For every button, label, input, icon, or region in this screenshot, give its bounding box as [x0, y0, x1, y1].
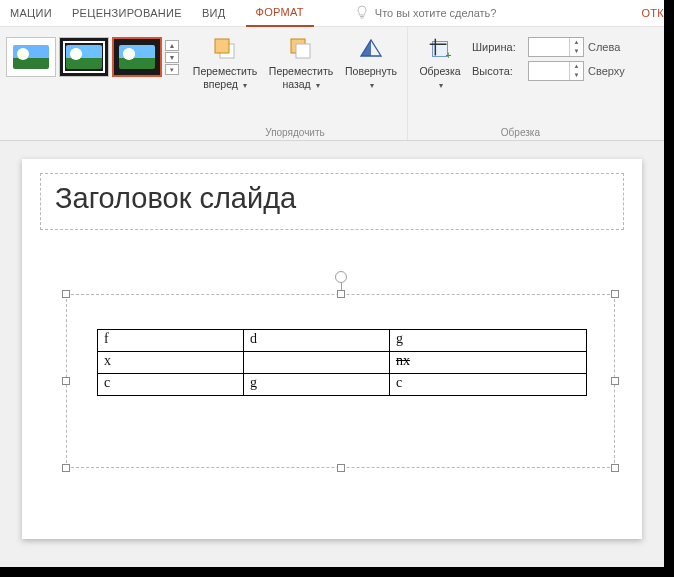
send-backward-button[interactable]: Переместить назад ▾ [265, 31, 337, 92]
table-cell[interactable]: f [98, 330, 244, 352]
slide[interactable]: Заголовок слайда f d g [22, 159, 642, 539]
tab-review[interactable]: РЕЦЕНЗИРОВАНИЕ [62, 0, 192, 27]
style-thumb-3[interactable] [112, 37, 162, 77]
style-thumb-2[interactable] [59, 37, 109, 77]
send-backward-icon [287, 35, 315, 63]
spin-down-icon[interactable]: ▼ [570, 71, 583, 80]
tab-view[interactable]: ВИД [192, 0, 236, 27]
table-cell[interactable]: nx [389, 352, 586, 374]
resize-handle-bl[interactable] [62, 464, 70, 472]
table-cell[interactable]: x [98, 352, 244, 374]
table-cell[interactable]: g [243, 374, 389, 396]
tab-animations[interactable]: МАЦИИ [0, 0, 62, 27]
height-spinner[interactable]: ▲▼ [528, 61, 584, 81]
resize-handle-mr[interactable] [611, 377, 619, 385]
chevron-up-icon: ▲ [165, 40, 179, 51]
app-window: МАЦИИ РЕЦЕНЗИРОВАНИЕ ВИД ФОРМАТ Что вы х… [0, 0, 664, 567]
arrange-group-label: Упорядочить [265, 125, 325, 138]
tab-format[interactable]: ФОРМАТ [246, 0, 314, 27]
bring-forward-icon [211, 35, 239, 63]
chevron-down-icon: ▼ [165, 52, 179, 63]
spin-down-icon[interactable]: ▼ [570, 47, 583, 56]
styles-group-label [92, 125, 95, 138]
bring-forward-button[interactable]: Переместить вперед ▾ [189, 31, 261, 92]
table-cell[interactable]: g [389, 330, 586, 352]
resize-handle-tm[interactable] [337, 290, 345, 298]
table-cell[interactable] [243, 352, 389, 374]
bring-forward-l1: Переместить [193, 65, 257, 77]
selection-frame[interactable]: f d g x nx c g c [66, 294, 615, 468]
resize-handle-tr[interactable] [611, 290, 619, 298]
top-label: Сверху [588, 65, 625, 77]
svg-text:+: + [446, 50, 452, 61]
rotation-handle[interactable] [335, 271, 347, 283]
size-fields: Ширина: ▲▼ Слева Высота: ▲▼ Свер [470, 31, 627, 81]
rotate-icon [357, 35, 385, 63]
dropdown-arrow-icon: ▾ [316, 81, 320, 90]
table-row: f d g [98, 330, 587, 352]
dropdown-arrow-icon: ▾ [370, 81, 374, 90]
dropdown-arrow-icon: ▾ [439, 81, 443, 90]
tell-me-search[interactable]: Что вы хотите сделать? [344, 5, 509, 22]
crop-group-label: Обрезка [501, 125, 540, 138]
send-backward-l1: Переместить [269, 65, 333, 77]
slide-table[interactable]: f d g x nx c g c [97, 329, 587, 396]
dropdown-arrow-icon: ▾ [243, 81, 247, 90]
gallery-more-button[interactable]: ▲ ▼ ▾ [165, 37, 181, 77]
crop-group: + Обрезка ▾ Ширина: ▲▼ [408, 27, 633, 140]
spin-up-icon[interactable]: ▲ [570, 38, 583, 47]
picture-styles-group: ▲ ▼ ▾ [0, 27, 183, 140]
slide-editor[interactable]: Заголовок слайда f d g [0, 141, 664, 567]
crop-button[interactable]: + Обрезка ▾ [414, 31, 466, 92]
svg-rect-1 [215, 39, 229, 53]
picture-styles-gallery[interactable]: ▲ ▼ ▾ [6, 31, 181, 77]
lightbulb-icon [356, 5, 368, 22]
bring-forward-l2: вперед [203, 78, 238, 90]
table-row: c g c [98, 374, 587, 396]
tell-me-label: Что вы хотите сделать? [375, 7, 497, 19]
height-label: Высота: [472, 65, 524, 77]
arrange-group: Переместить вперед ▾ Переместить н [183, 27, 408, 140]
spin-up-icon[interactable]: ▲ [570, 62, 583, 71]
expand-icon: ▾ [165, 64, 179, 75]
width-spinner[interactable]: ▲▼ [528, 37, 584, 57]
resize-handle-br[interactable] [611, 464, 619, 472]
table-cell[interactable]: c [389, 374, 586, 396]
ribbon-tabs: МАЦИИ РЕЦЕНЗИРОВАНИЕ ВИД ФОРМАТ Что вы х… [0, 0, 664, 27]
table-cell[interactable]: d [243, 330, 389, 352]
rotate-button[interactable]: Повернуть ▾ [341, 31, 401, 92]
style-thumb-1[interactable] [6, 37, 56, 77]
width-label: Ширина: [472, 41, 524, 53]
svg-rect-3 [296, 44, 310, 58]
crop-icon: + [426, 35, 454, 63]
table-cell[interactable]: c [98, 374, 244, 396]
height-input[interactable] [529, 62, 569, 80]
resize-handle-tl[interactable] [62, 290, 70, 298]
rotate-label: Повернуть [345, 65, 397, 77]
crop-label: Обрезка [419, 65, 460, 77]
left-label: Слева [588, 41, 620, 53]
ribbon-body: ▲ ▼ ▾ Пе [0, 27, 664, 141]
tab-cut-right[interactable]: ОТК [631, 0, 664, 27]
send-backward-l2: назад [282, 78, 310, 90]
width-input[interactable] [529, 38, 569, 56]
table-row: x nx [98, 352, 587, 374]
slide-title-placeholder[interactable]: Заголовок слайда [40, 173, 624, 230]
resize-handle-bm[interactable] [337, 464, 345, 472]
resize-handle-ml[interactable] [62, 377, 70, 385]
